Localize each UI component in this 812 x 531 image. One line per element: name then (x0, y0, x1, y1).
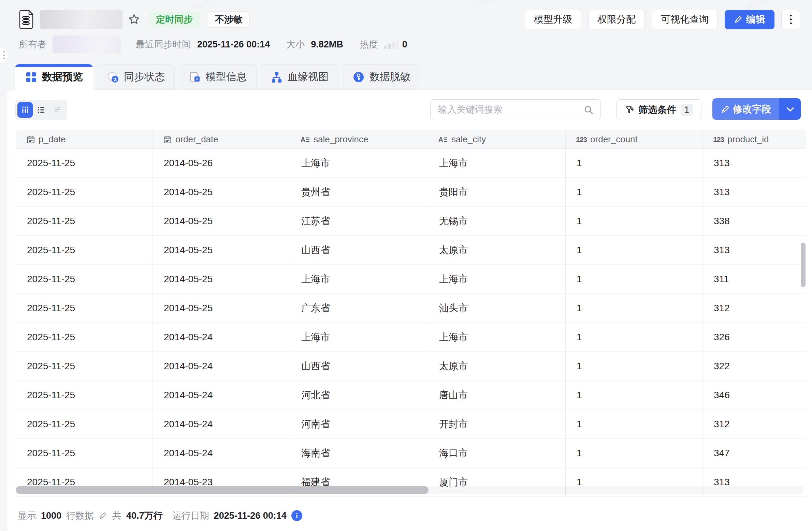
filter-count-badge: 1 (681, 104, 693, 116)
table-cell: 312 (703, 294, 806, 323)
vertical-scrollbar[interactable] (801, 243, 806, 287)
info-icon[interactable]: i (291, 510, 302, 521)
table-row: 2025-11-25 2014-05-24 河北省 唐山市 1 346 (16, 381, 806, 410)
table-cell: 1 (566, 236, 703, 265)
table-cell: 河南省 (290, 410, 428, 439)
run-date-label: 运行日期 (172, 510, 209, 522)
show-label: 显示 (18, 510, 36, 522)
table-cell: 2014-05-24 (153, 323, 290, 352)
table-cell: 313 (703, 236, 806, 265)
columns-icon (21, 106, 29, 114)
search-icon[interactable] (583, 105, 594, 115)
horizontal-scrollbar-track (16, 486, 804, 494)
table-cell: 1 (566, 265, 703, 294)
table-cell: 无锡市 (428, 207, 566, 236)
column-header-order-count[interactable]: 123 order_count (566, 130, 703, 148)
table-row: 2025-11-25 2014-05-25 山西省 太原市 1 313 (16, 236, 806, 265)
table-cell: 2025-11-25 (16, 265, 153, 294)
visual-query-button[interactable]: 可视化查询 (652, 10, 718, 29)
table-cell: 上海市 (290, 149, 428, 178)
wrap-view-button[interactable] (50, 102, 65, 118)
table-cell: 2014-05-25 (153, 207, 290, 236)
table-header: p_date order_date A sale_province (16, 130, 806, 149)
table-cell: 326 (703, 323, 806, 352)
list-icon (37, 106, 45, 114)
number-type-icon: 123 (576, 135, 587, 144)
sync-globe-icon (107, 71, 119, 83)
column-header-sale-city[interactable]: A sale_city (428, 130, 566, 148)
column-header-sale-province[interactable]: A sale_province (290, 130, 428, 148)
table-cell: 上海市 (428, 149, 566, 178)
column-header-p-date[interactable]: p_date (16, 130, 153, 148)
table-cell: 海南省 (290, 439, 428, 468)
table-cell: 贵州省 (290, 178, 428, 207)
pencil-icon (721, 104, 730, 114)
text-type-icon: A (301, 135, 310, 144)
table-cell: 太原市 (428, 352, 566, 381)
table-cell: 1 (566, 149, 703, 178)
table-row: 2025-11-25 2014-05-25 江苏省 无锡市 1 338 (16, 207, 806, 236)
total-label: 共 (112, 510, 121, 522)
tab-sync-status[interactable]: 同步状态 (97, 64, 175, 89)
modify-fields-dropdown-button[interactable] (779, 98, 801, 120)
table-row: 2025-11-25 2014-05-25 广东省 汕头市 1 312 (16, 294, 806, 323)
table-cell: 346 (703, 381, 806, 410)
table-cell: 1 (566, 352, 703, 381)
scheduled-sync-badge: 定时同步 (149, 12, 200, 27)
column-name: sale_province (314, 134, 368, 145)
table-cell: 2014-05-24 (153, 410, 290, 439)
column-view-button[interactable] (17, 102, 33, 118)
table-cell: 2025-11-25 (16, 294, 153, 323)
permission-assign-button[interactable]: 权限分配 (588, 10, 645, 29)
table-cell: 上海市 (290, 265, 428, 294)
tab-data-preview[interactable]: 数据预览 (15, 64, 93, 90)
tab-model-info[interactable]: 模型信息 (179, 64, 257, 89)
column-name: product_id (727, 134, 769, 145)
svg-text:A: A (438, 136, 443, 143)
more-actions-button[interactable] (781, 10, 800, 29)
table-cell: 汕头市 (428, 294, 566, 323)
not-sensitive-badge: 不涉敏 (208, 11, 250, 28)
list-view-button[interactable] (33, 102, 49, 118)
heat-label: 热度 (360, 38, 378, 51)
kebab-menu-icon (786, 14, 795, 25)
table-cell: 2014-05-26 (153, 149, 290, 178)
search-input[interactable] (431, 104, 577, 115)
modify-fields-button[interactable]: 修改字段 (712, 98, 779, 120)
table-cell: 1 (566, 410, 703, 439)
data-table: p_date order_date A sale_province (16, 130, 806, 497)
column-name: p_date (39, 134, 66, 145)
table-cell: 2014-05-25 (153, 294, 290, 323)
edit-row-count-icon[interactable] (99, 511, 107, 520)
lineage-tree-icon (271, 71, 283, 83)
pencil-icon (734, 15, 743, 24)
data-preview-panel: 筛选条件 1 修改字段 (7, 89, 812, 531)
tab-data-masking[interactable]: 数据脱敏 (343, 64, 420, 89)
table-row: 2025-11-25 2014-05-24 海南省 海口市 1 347 (16, 439, 806, 468)
owner-label: 所有者 (19, 38, 46, 51)
tab-lineage-view[interactable]: 血缘视图 (261, 64, 338, 89)
column-header-product-id[interactable]: 123 product_id (703, 130, 806, 148)
filter-conditions-button[interactable]: 筛选条件 1 (616, 99, 701, 120)
edit-button[interactable]: 编辑 (725, 10, 774, 29)
horizontal-scrollbar[interactable] (16, 486, 429, 494)
table-cell: 1 (566, 439, 703, 468)
table-body: 2025-11-25 2014-05-26 上海市 上海市 1 313 2025… (16, 149, 806, 497)
edit-button-label: 编辑 (746, 13, 765, 26)
size-value: 9.82MB (311, 39, 343, 50)
funnel-icon (625, 105, 634, 115)
sidebar-collapse-handle[interactable] (0, 47, 9, 63)
table-cell: 2025-11-25 (16, 207, 153, 236)
grid-icon (25, 71, 37, 83)
size-label: 大小 (286, 38, 305, 51)
dataset-detail-page: adminadminadminadminadminadminadminadmin… (0, 0, 812, 531)
modify-fields-label: 修改字段 (733, 103, 771, 116)
model-upgrade-button[interactable]: 模型升级 (525, 10, 581, 29)
header-actions: 模型升级 权限分配 可视化查询 编辑 (525, 10, 800, 29)
table-cell: 312 (703, 410, 806, 439)
column-header-order-date[interactable]: order_date (153, 130, 290, 148)
favorite-star-icon[interactable] (127, 13, 141, 26)
row-count-value: 1000 (41, 511, 61, 521)
table-cell: 2025-11-25 (16, 410, 153, 439)
table-cell: 河北省 (290, 381, 428, 410)
